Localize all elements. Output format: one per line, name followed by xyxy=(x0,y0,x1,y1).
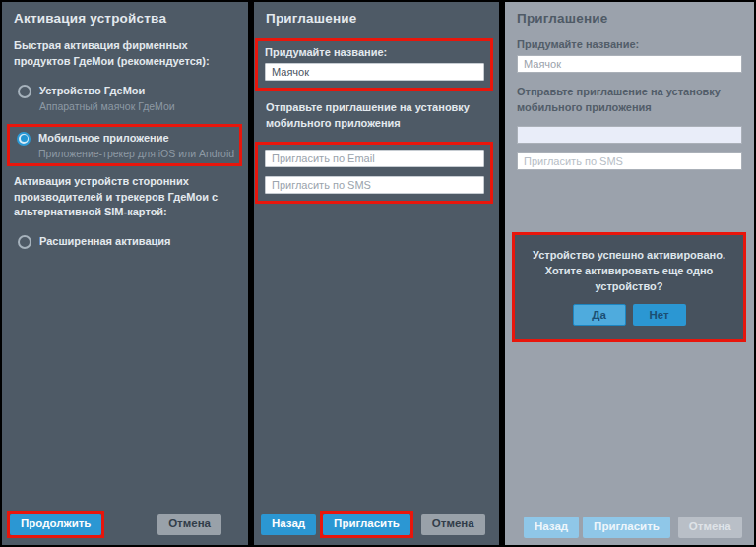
radio-option-label: Расширенная активация xyxy=(39,234,171,249)
dialog-buttons: Да Нет xyxy=(525,304,733,326)
radio-option-label: Мобильное приложение xyxy=(38,131,234,146)
radio-option-label: Устройство ГдеМои xyxy=(39,84,175,98)
no-button[interactable]: Нет xyxy=(633,304,686,326)
page-title: Активация устройства xyxy=(14,11,236,26)
back-button: Назад xyxy=(524,517,579,538)
device-name-input[interactable] xyxy=(265,63,484,81)
dialog-message-line1: Устройство успешно активировано. xyxy=(525,248,733,264)
footer-invitation: Назад Пригласить Отмена xyxy=(261,511,487,538)
panel-activation-step: Активация устройства Быстрая активация ф… xyxy=(2,2,248,545)
name-field-label: Придумайте название: xyxy=(517,38,742,50)
annotation-box-continue: Продолжить xyxy=(7,511,104,538)
cancel-button[interactable]: Отмена xyxy=(158,514,221,535)
annotation-box-success-dialog: Устройство успешно активировано. Хотите … xyxy=(512,232,746,342)
radio-checked-icon[interactable] xyxy=(17,132,31,146)
activation-intro-text: Быстрая активация фирменных продуктов Гд… xyxy=(14,38,236,70)
send-invite-text: Отправьте приглашение на установку мобил… xyxy=(517,85,742,116)
radio-option-extended[interactable]: Расширенная активация xyxy=(14,230,236,253)
cancel-button[interactable]: Отмена xyxy=(421,514,485,535)
continue-button[interactable]: Продолжить xyxy=(10,514,101,535)
footer-invitation-dimmed: Назад Пригласить Отмена xyxy=(524,517,742,538)
radio-unchecked-icon[interactable] xyxy=(18,235,32,249)
panel-invitation-step: Приглашение Придумайте название: Отправь… xyxy=(254,2,499,545)
annotation-box-name-field: Придумайте название: xyxy=(255,38,493,91)
radio-option-device[interactable]: Устройство ГдеМои Аппаратный маячок ГдеМ… xyxy=(14,80,236,116)
radio-unchecked-icon[interactable] xyxy=(18,85,32,98)
invite-button[interactable]: Пригласить xyxy=(323,514,410,535)
invite-email-input[interactable] xyxy=(265,150,484,167)
radio-option-sublabel: Приложение-трекер для iOS или Android xyxy=(38,148,234,159)
page-title: Приглашение xyxy=(266,11,487,26)
activation-wizard: Активация устройства Быстрая активация ф… xyxy=(0,0,756,547)
invite-sms-input xyxy=(517,152,742,170)
radio-option-sublabel: Аппаратный маячок ГдеМои xyxy=(39,100,175,112)
yes-button[interactable]: Да xyxy=(573,304,626,326)
annotation-box-invite-fields xyxy=(255,142,493,204)
back-button[interactable]: Назад xyxy=(261,514,316,535)
dialog-message-line2: Хотите активировать еще одно устройство? xyxy=(525,264,733,295)
annotation-box-selected-option: Мобильное приложение Приложение-трекер д… xyxy=(7,124,242,166)
invite-email-input xyxy=(517,126,742,144)
alt-activation-text: Активация устройств сторонних производит… xyxy=(14,174,236,221)
footer-activation: Продолжить Отмена xyxy=(7,511,236,538)
cancel-button: Отмена xyxy=(678,517,742,538)
panel-invitation-dimmed: Приглашение Придумайте название: Отправь… xyxy=(505,2,754,545)
name-field-label: Придумайте название: xyxy=(265,46,484,58)
annotation-box-invite-button: Пригласить xyxy=(320,511,413,538)
radio-option-mobile-app[interactable]: Мобильное приложение Приложение-трекер д… xyxy=(13,131,237,159)
invite-sms-input[interactable] xyxy=(265,176,484,194)
success-dialog: Устройство успешно активировано. Хотите … xyxy=(515,235,743,339)
send-invite-text: Отправьте приглашение на установку мобил… xyxy=(266,100,487,132)
invite-button: Пригласить xyxy=(583,517,670,538)
device-name-input xyxy=(517,55,742,73)
page-title: Приглашение xyxy=(517,11,742,26)
